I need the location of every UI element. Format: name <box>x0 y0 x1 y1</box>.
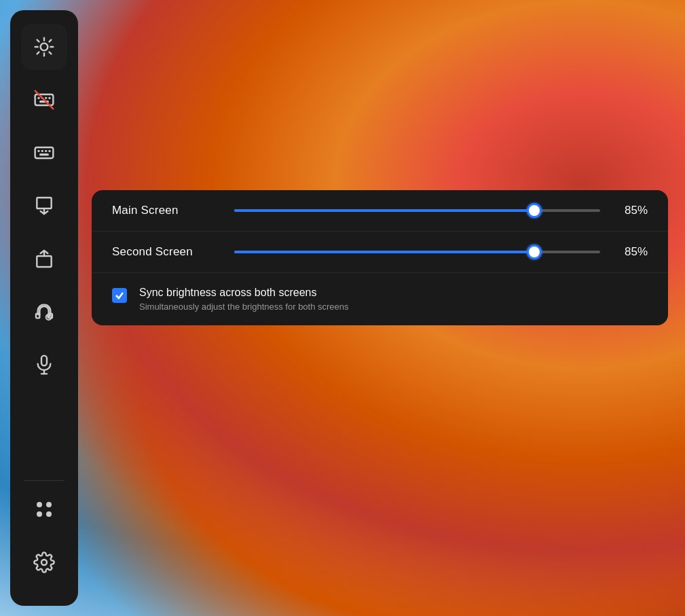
main-screen-thumb[interactable] <box>527 203 542 218</box>
svg-point-33 <box>41 560 47 565</box>
second-screen-row: Second Screen 85% <box>92 232 668 273</box>
main-screen-label: Main Screen <box>112 204 221 217</box>
sidebar <box>10 10 78 606</box>
svg-rect-26 <box>36 314 39 319</box>
svg-rect-30 <box>41 356 47 366</box>
screen-bottom-icon <box>33 248 55 270</box>
dots-icon <box>37 502 52 517</box>
second-screen-track-fill <box>234 251 534 253</box>
sync-row: Sync brightness across both screens Simu… <box>92 273 668 325</box>
sidebar-item-keyboard-off[interactable] <box>21 77 67 123</box>
svg-rect-24 <box>37 256 51 267</box>
sidebar-item-brightness[interactable] <box>21 24 67 70</box>
keyboard-off-icon <box>33 89 55 111</box>
sidebar-item-more[interactable] <box>21 486 67 532</box>
sync-title: Sync brightness across both screens <box>139 287 349 299</box>
sidebar-bottom <box>21 486 67 592</box>
main-screen-slider[interactable] <box>234 204 600 217</box>
sync-checkbox-container[interactable] <box>112 288 127 303</box>
svg-line-3 <box>37 40 39 42</box>
sidebar-item-headset-lock[interactable] <box>21 289 67 335</box>
svg-point-0 <box>41 43 48 51</box>
brightness-panel: Main Screen 85% Second Screen 85% Sync b… <box>92 190 668 325</box>
keyboard-icon <box>33 142 55 164</box>
second-screen-slider[interactable] <box>234 245 600 259</box>
sync-subtitle: Simultaneously adjust the brightness for… <box>139 302 349 312</box>
sidebar-item-screen-top[interactable] <box>21 183 67 229</box>
svg-line-15 <box>35 91 54 109</box>
gear-icon <box>33 551 55 573</box>
sidebar-top <box>21 24 67 475</box>
main-screen-row: Main Screen 85% <box>92 190 668 232</box>
sync-text-block: Sync brightness across both screens Simu… <box>139 287 349 312</box>
svg-line-4 <box>50 52 52 54</box>
main-screen-track-fill <box>234 209 534 212</box>
svg-line-8 <box>50 40 52 42</box>
headset-lock-icon <box>33 301 55 323</box>
svg-rect-16 <box>35 147 54 158</box>
second-screen-label: Second Screen <box>112 245 221 259</box>
main-screen-value: 85% <box>614 204 648 217</box>
second-screen-value: 85% <box>614 245 648 259</box>
sidebar-item-keyboard[interactable] <box>21 130 67 176</box>
sun-icon <box>33 36 55 58</box>
checkmark-icon <box>115 291 124 300</box>
sidebar-item-microphone[interactable] <box>21 342 67 388</box>
sidebar-divider <box>24 480 64 481</box>
sidebar-item-settings[interactable] <box>21 539 67 585</box>
screen-top-icon <box>33 195 55 217</box>
svg-rect-22 <box>37 198 51 209</box>
sidebar-item-screen-bottom[interactable] <box>21 236 67 282</box>
svg-line-7 <box>37 52 39 54</box>
second-screen-thumb[interactable] <box>527 244 542 259</box>
sync-checkbox[interactable] <box>112 288 127 303</box>
microphone-icon <box>33 354 55 376</box>
